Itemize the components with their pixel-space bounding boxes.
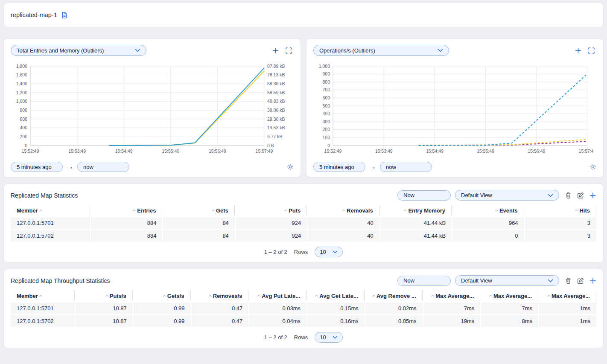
column-header-puts[interactable]: Puts (235, 205, 307, 216)
column-label: Removals (347, 207, 373, 214)
column-header-events[interactable]: Events (452, 205, 524, 216)
table-row[interactable]: 127.0.0.1:570110.870.990.470.03ms0.15ms0… (11, 303, 596, 314)
value-cell: 0 (452, 230, 524, 242)
svg-text:600: 600 (322, 95, 330, 100)
rows-per-page-select[interactable]: 10 (315, 247, 343, 257)
stats-table-title: Replicated Map Statistics (11, 192, 78, 199)
metric-selector-left[interactable]: Total Entries and Memory (Outliers) (11, 45, 146, 56)
replicated-map-throughput-panel: Replicated Map Throughput Statistics Now… (3, 269, 604, 348)
column-header-max-average[interactable]: Max Average... (538, 291, 596, 301)
add-view-plus-icon[interactable] (589, 277, 596, 284)
sort-caret-icon (431, 295, 434, 298)
column-label: Entry Memory (408, 207, 445, 214)
throughput-time-filter-input[interactable]: Now (397, 276, 451, 286)
column-header-entries[interactable]: Entries (90, 205, 162, 216)
column-header-gets-s[interactable]: Gets/s (133, 291, 191, 301)
column-label: Max Average... (552, 293, 590, 299)
series-removes-per-sec (419, 141, 587, 146)
value-cell: 0.04ms (248, 315, 306, 327)
time-to-input[interactable]: now (380, 162, 432, 172)
column-header-hits[interactable]: Hits (524, 205, 596, 216)
add-chart-icon[interactable] (272, 47, 279, 54)
svg-text:700: 700 (322, 87, 330, 92)
add-view-plus-icon[interactable] (589, 192, 596, 199)
column-label: Puts (289, 207, 301, 214)
column-header-entry-memory[interactable]: Entry Memory (379, 205, 452, 216)
svg-text:1,400: 1,400 (16, 81, 27, 86)
column-header-puts-s[interactable]: Puts/s (75, 291, 133, 301)
svg-text:800: 800 (20, 108, 27, 113)
column-header-removals[interactable]: Removals (307, 205, 379, 216)
throughput-view-select[interactable]: Default View (455, 275, 559, 286)
replicated-map-statistics-table: MemberEntriesGetsPutsRemovalsEntry Memor… (11, 204, 596, 243)
value-cell: 19ms (423, 315, 481, 327)
svg-text:58.59 kB: 58.59 kB (267, 90, 285, 95)
pagination-rows-label: Rows (294, 249, 308, 255)
sort-caret-icon (575, 210, 578, 213)
value-cell: 0.02ms (365, 303, 423, 314)
column-label: Hits (579, 207, 590, 214)
svg-text:15:54:49: 15:54:49 (426, 149, 444, 154)
operations-chart-panel: Operations/s (Outliers) 1,0009008007006 (306, 38, 604, 178)
column-label: Avg Remove ... (376, 293, 416, 299)
svg-text:15:54:49: 15:54:49 (115, 149, 133, 154)
column-header-avg-get-late[interactable]: Avg Get Late... (306, 291, 365, 301)
chart-settings-gear-icon[interactable] (287, 163, 294, 170)
chart-settings-gear-icon[interactable] (589, 163, 596, 170)
time-from-input[interactable]: 5 minutes ago (313, 162, 365, 172)
document-icon[interactable] (61, 12, 68, 19)
column-header-member[interactable]: Member (11, 205, 90, 216)
table-row[interactable]: 127.0.0.1:5702884849244041.44 kB03 (11, 230, 596, 242)
sort-caret-icon (315, 295, 318, 298)
column-header-avg-remove[interactable]: Avg Remove ... (365, 291, 423, 301)
value-cell: 7ms (480, 303, 538, 314)
column-label: Member (17, 293, 38, 299)
throughput-pagination: 1 – 2 of 2 Rows 10 (11, 332, 596, 343)
column-label: Removes/s (213, 293, 242, 299)
value-cell: 10.87 (75, 315, 133, 327)
stats-view-select[interactable]: Default View (455, 190, 559, 201)
fullscreen-icon[interactable] (286, 47, 292, 54)
edit-view-pencil-icon[interactable] (577, 277, 584, 284)
svg-text:15:56:49: 15:56:49 (209, 149, 226, 154)
column-header-max-average[interactable]: Max Average... (423, 291, 481, 301)
value-cell: 924 (235, 230, 307, 242)
chevron-down-icon (135, 49, 140, 52)
svg-text:800: 800 (322, 79, 330, 84)
svg-text:1,000: 1,000 (16, 99, 27, 104)
stats-view-select-label: Default View (461, 192, 492, 198)
column-label: Entries (137, 207, 156, 214)
column-header-gets[interactable]: Gets (162, 205, 234, 216)
time-from-input[interactable]: 5 minutes ago (11, 162, 63, 172)
svg-text:15:57:49: 15:57:49 (256, 149, 273, 154)
table-row[interactable]: 127.0.0.1:570210.870.990.470.04ms0.16ms0… (11, 315, 596, 327)
svg-text:400: 400 (322, 111, 330, 116)
series-puts-per-sec (419, 74, 587, 146)
sort-caret-icon (39, 295, 42, 298)
stats-time-filter-input[interactable]: Now (397, 190, 451, 201)
add-chart-icon[interactable] (575, 47, 581, 54)
value-cell: 40 (307, 230, 379, 242)
svg-text:300: 300 (322, 119, 330, 124)
column-header-avg-put-late[interactable]: Avg Put Late... (248, 291, 306, 301)
metric-selector-right[interactable]: Operations/s (Outliers) (313, 45, 449, 56)
column-header-member[interactable]: Member (11, 291, 75, 301)
svg-text:200: 200 (322, 127, 330, 132)
fullscreen-icon[interactable] (588, 47, 595, 54)
member-cell: 127.0.0.1:5702 (11, 230, 90, 242)
value-cell: 924 (235, 217, 307, 229)
throughput-view-select-label: Default View (461, 277, 492, 284)
svg-text:48.83 kB: 48.83 kB (267, 99, 285, 104)
charts-row: Total Entries and Memory (Outliers) 1,8 (3, 38, 604, 178)
delete-view-trash-icon[interactable] (565, 192, 572, 199)
delete-view-trash-icon[interactable] (565, 277, 572, 284)
column-header-max-average[interactable]: Max Average... (480, 291, 538, 301)
sort-caret-icon (284, 210, 287, 213)
column-label: Avg Put Late... (262, 293, 300, 299)
table-row[interactable]: 127.0.0.1:5701884849244041.44 kB9643 (11, 217, 596, 229)
page-title: replicated-map-1 (11, 12, 57, 18)
time-to-input[interactable]: now (77, 162, 129, 172)
edit-view-pencil-icon[interactable] (577, 192, 584, 199)
rows-per-page-select[interactable]: 10 (315, 332, 343, 343)
column-header-removes-s[interactable]: Removes/s (191, 291, 249, 301)
